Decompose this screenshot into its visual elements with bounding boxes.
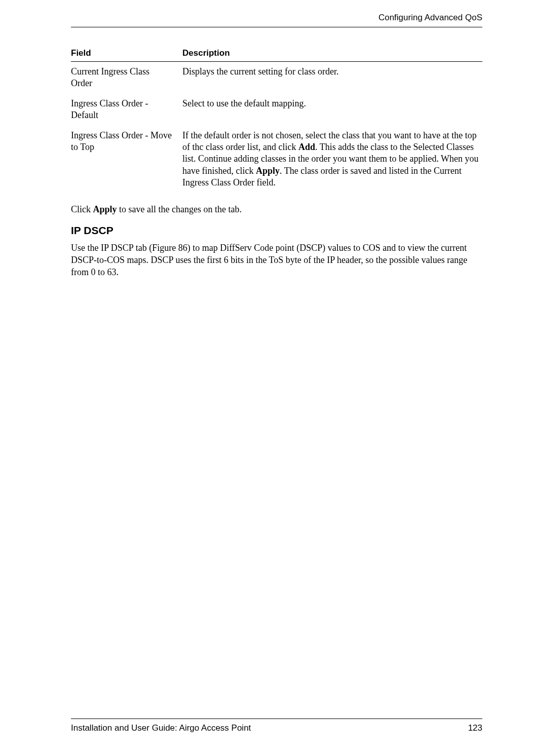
description-cell: Displays the current setting for class o… [182, 62, 482, 94]
table-row: Current Ingress Class Order Displays the… [71, 62, 482, 94]
para-text: Use the IP DSCP tab (Figure 86) to map [71, 243, 220, 253]
page-content: Field Description Current Ingress Class … [71, 45, 482, 719]
field-description-table: Field Description Current Ingress Class … [71, 45, 482, 193]
ip-dscp-heading: IP DSCP [71, 224, 482, 237]
table-header-description: Description [182, 45, 482, 62]
field-cell: Ingress Class Order - Move to Top [71, 126, 182, 193]
ip-dscp-paragraph: Use the IP DSCP tab (Figure 86) to map D… [71, 242, 482, 279]
description-cell: Select to use the default mapping. [182, 94, 482, 126]
page-footer: Installation and User Guide: Airgo Acces… [71, 719, 482, 733]
header-divider [71, 27, 482, 27]
table-row: Ingress Class Order - Default Select to … [71, 94, 482, 126]
footer-page-number: 123 [468, 723, 482, 733]
para-bold-apply: Apply [93, 204, 117, 214]
table-row: Ingress Class Order - Move to Top If the… [71, 126, 482, 193]
desc-bold-add: Add [298, 142, 315, 152]
field-cell: Current Ingress Class Order [71, 62, 182, 94]
page-header-section: Configuring Advanced QoS [71, 13, 482, 23]
description-cell: If the default order is not chosen, sele… [182, 126, 482, 193]
field-cell: Ingress Class Order - Default [71, 94, 182, 126]
table-header-field: Field [71, 45, 182, 62]
para-text: to save all the changes on the tab. [117, 204, 242, 214]
apply-paragraph: Click Apply to save all the changes on t… [71, 203, 482, 215]
para-text: Click [71, 204, 93, 214]
footer-left: Installation and User Guide: Airgo Acces… [71, 723, 251, 733]
desc-bold-apply: Apply [256, 166, 280, 176]
